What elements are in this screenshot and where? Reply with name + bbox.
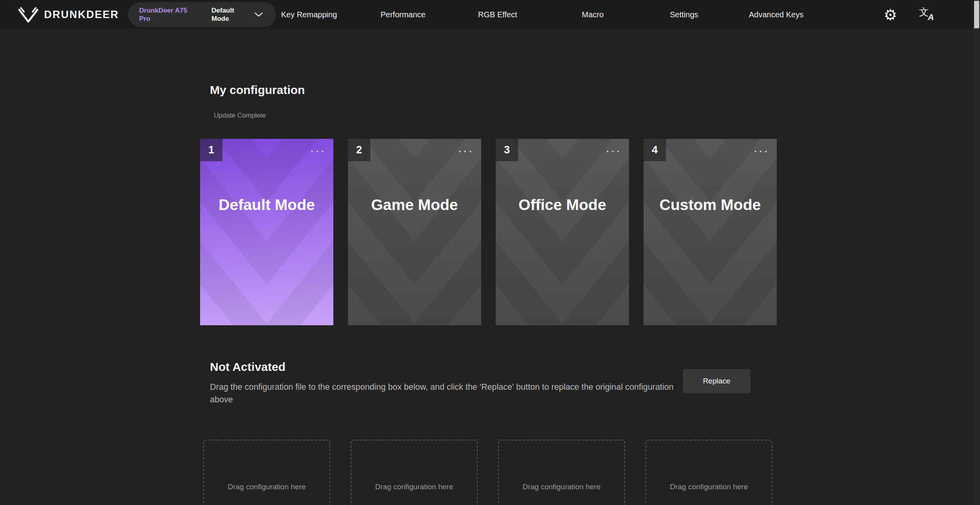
tab-settings[interactable]: Settings (670, 0, 698, 29)
top-bar: DRUNKDEER DrunkDeer A75 Pro Default Mode… (0, 0, 980, 29)
gear-icon[interactable]: ⚙ (881, 0, 900, 29)
brand: DRUNKDEER (17, 0, 119, 29)
chevron-down-icon (254, 12, 263, 17)
dropzone-hint: Drag configuration here (228, 483, 306, 491)
tab-rgb-effect[interactable]: RGB Effect (478, 0, 517, 29)
vertical-scrollbar[interactable] (973, 0, 980, 505)
dropzone-hint: Drag configuration here (375, 483, 453, 491)
dropzone-3[interactable]: Drag configuration here (498, 440, 625, 505)
more-options-icon[interactable]: ··· (458, 144, 473, 157)
mode-card-title: Game Mode (348, 196, 481, 214)
tab-key-remapping[interactable]: Key Remapping (281, 0, 337, 29)
chevron-pattern (644, 139, 777, 325)
dropzone-2[interactable]: Drag configuration here (351, 440, 478, 505)
mode-cards: 1 ··· Default Mode 2 ··· Game Mode 3 ···… (200, 139, 777, 325)
dropzone-hint: Drag configuration here (670, 483, 748, 491)
mode-card-title: Default Mode (200, 196, 333, 214)
chevron-pattern (348, 139, 481, 325)
mode-card-office[interactable]: 3 ··· Office Mode (496, 139, 629, 325)
mode-card-game[interactable]: 2 ··· Game Mode (348, 139, 481, 325)
mode-number-badge: 1 (200, 139, 222, 161)
replace-button[interactable]: Replace (683, 369, 750, 393)
chevron-pattern (496, 139, 629, 325)
mode-number-badge: 4 (644, 139, 666, 161)
not-activated-description: Drag the configuration file to the corre… (210, 381, 674, 406)
device-selector[interactable]: DrunkDeer A75 Pro Default Mode (128, 2, 276, 27)
dropzone-hint: Drag configuration here (522, 483, 601, 491)
dropzone-1[interactable]: Drag configuration here (203, 440, 330, 505)
mode-card-title: Custom Mode (644, 196, 777, 214)
config-dropzones: Drag configuration here Drag configurati… (203, 440, 772, 505)
update-status: Update Complete (214, 112, 266, 120)
mode-number-badge: 2 (348, 139, 370, 161)
active-mode-label: Default Mode (211, 6, 244, 23)
language-icon[interactable]: 文 A (918, 6, 938, 24)
mode-number-badge: 3 (496, 139, 518, 161)
more-options-icon[interactable]: ··· (310, 144, 325, 157)
more-options-icon[interactable]: ··· (605, 144, 621, 157)
language-icon-letter: A (928, 12, 934, 22)
tab-advanced-keys[interactable]: Advanced Keys (749, 0, 803, 29)
drunkdeer-logo-icon (17, 7, 39, 23)
mode-card-default[interactable]: 1 ··· Default Mode (200, 139, 333, 325)
dropzone-4[interactable]: Drag configuration here (645, 440, 772, 505)
mode-card-custom[interactable]: 4 ··· Custom Mode (644, 139, 777, 325)
scrollbar-thumb[interactable] (974, 1, 979, 28)
tab-macro[interactable]: Macro (582, 0, 604, 29)
chevron-pattern (200, 139, 333, 325)
mode-card-title: Office Mode (496, 196, 629, 214)
page-title: My configuration (210, 83, 305, 97)
not-activated-title: Not Activated (210, 360, 285, 374)
device-name: DrunkDeer A75 Pro (139, 6, 198, 23)
tab-performance[interactable]: Performance (381, 0, 426, 29)
more-options-icon[interactable]: ··· (753, 144, 769, 157)
brand-name: DRUNKDEER (44, 9, 119, 21)
